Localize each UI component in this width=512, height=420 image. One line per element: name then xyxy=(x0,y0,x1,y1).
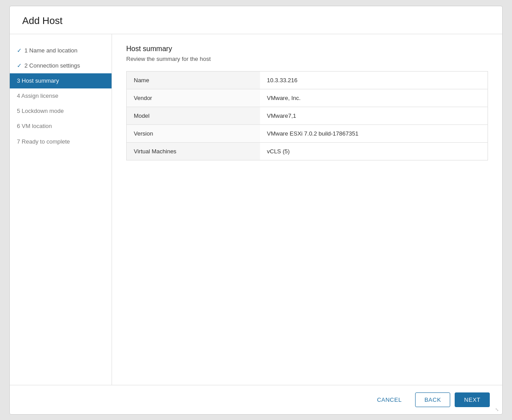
sidebar-item-step-4[interactable]: 4 Assign license xyxy=(10,88,112,104)
resize-handle[interactable]: ⤡ xyxy=(495,407,500,412)
dialog-body: ✓ 1 Name and location ✓ 2 Connection set… xyxy=(10,34,502,385)
sidebar-label-2: 2 Connection settings xyxy=(24,62,80,70)
sidebar-label-3: 3 Host summary xyxy=(17,77,59,85)
sidebar-label-6: 6 VM location xyxy=(17,122,52,130)
host-summary-table: Name10.3.33.216VendorVMware, Inc.ModelVM… xyxy=(126,71,488,160)
sidebar-label-5: 5 Lockdown mode xyxy=(17,107,64,115)
table-row: ModelVMware7,1 xyxy=(127,107,488,124)
row-label: Model xyxy=(127,107,260,124)
section-subtitle: Review the summary for the host xyxy=(126,56,488,62)
row-label: Version xyxy=(127,124,260,142)
sidebar-label-1: 1 Name and location xyxy=(24,47,77,55)
sidebar-item-step-3[interactable]: 3 Host summary xyxy=(10,73,112,88)
cancel-button[interactable]: CANCEL xyxy=(368,392,411,407)
table-row: VersionVMware ESXi 7.0.2 build-17867351 xyxy=(127,124,488,142)
main-content: Host summary Review the summary for the … xyxy=(112,34,502,385)
dialog-footer: CANCEL BACK NEXT xyxy=(10,385,502,414)
row-label: Virtual Machines xyxy=(127,142,260,160)
row-label: Name xyxy=(127,71,260,89)
next-button[interactable]: NEXT xyxy=(455,392,490,407)
row-value: 10.3.33.216 xyxy=(260,71,488,89)
row-value: VMware, Inc. xyxy=(260,89,488,107)
sidebar-item-step-6[interactable]: 6 VM location xyxy=(10,119,112,134)
row-value: VMware7,1 xyxy=(260,107,488,124)
section-title: Host summary xyxy=(126,45,488,53)
row-label: Vendor xyxy=(127,89,260,107)
table-row: Name10.3.33.216 xyxy=(127,71,488,89)
sidebar-item-step-2[interactable]: ✓ 2 Connection settings xyxy=(10,58,112,73)
row-value: vCLS (5) xyxy=(260,142,488,160)
checkmark-icon-2: ✓ xyxy=(17,62,22,70)
sidebar-item-step-1[interactable]: ✓ 1 Name and location xyxy=(10,43,112,58)
wizard-sidebar: ✓ 1 Name and location ✓ 2 Connection set… xyxy=(10,34,112,385)
checkmark-icon-1: ✓ xyxy=(17,47,22,55)
back-button[interactable]: BACK xyxy=(415,392,450,407)
row-value: VMware ESXi 7.0.2 build-17867351 xyxy=(260,124,488,142)
add-host-dialog: Add Host ✓ 1 Name and location ✓ 2 Conne… xyxy=(9,6,503,415)
sidebar-label-4: 4 Assign license xyxy=(17,92,58,100)
table-row: Virtual MachinesvCLS (5) xyxy=(127,142,488,160)
table-row: VendorVMware, Inc. xyxy=(127,89,488,107)
dialog-title: Add Host xyxy=(10,6,502,34)
sidebar-item-step-5[interactable]: 5 Lockdown mode xyxy=(10,104,112,119)
sidebar-label-7: 7 Ready to complete xyxy=(17,138,70,146)
sidebar-item-step-7[interactable]: 7 Ready to complete xyxy=(10,134,112,149)
